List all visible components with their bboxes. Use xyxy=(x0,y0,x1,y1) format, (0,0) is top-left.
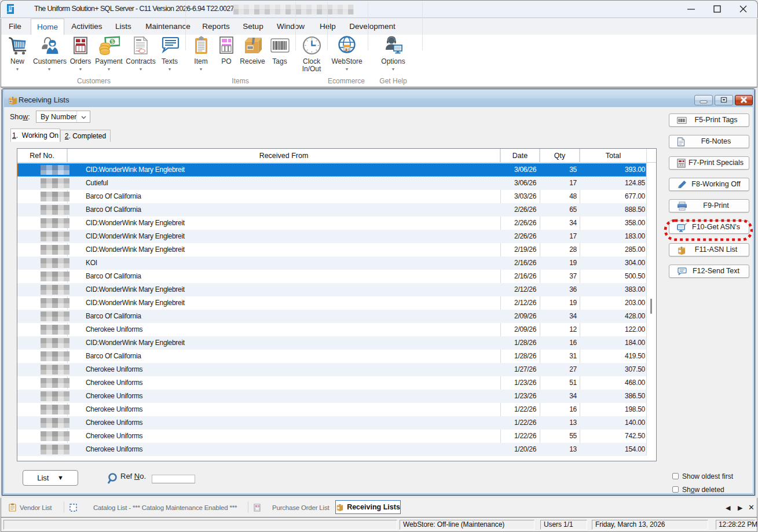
svg-text:$: $ xyxy=(110,38,114,45)
